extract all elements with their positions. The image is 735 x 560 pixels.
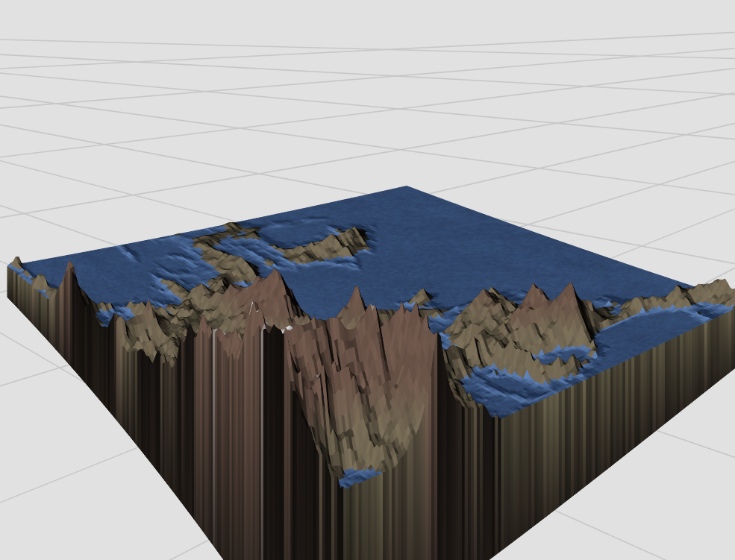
scene-3d-viewport: [0, 0, 735, 560]
terrain-render-canvas[interactable]: [0, 0, 735, 560]
